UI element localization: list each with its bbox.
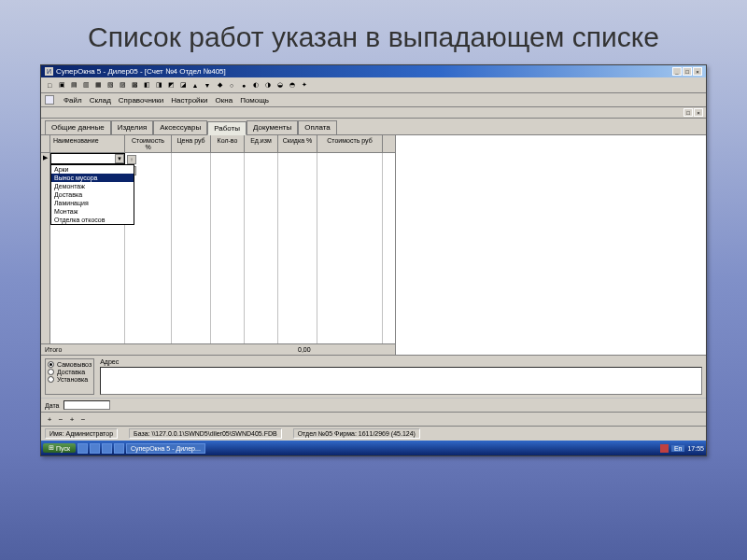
date-input[interactable] (63, 400, 110, 410)
radio-label: Доставка (57, 369, 85, 375)
work-name-dropdown[interactable]: ▼ (50, 153, 125, 164)
taskbar-task[interactable]: СуперОкна 5 - Дилер... (126, 443, 205, 454)
status-db: База: \\127.0.0.1\SWND5\diler05\SWND405.… (129, 428, 282, 439)
toolbar-btn[interactable]: ▲ (190, 79, 201, 91)
maximize-button[interactable]: □ (683, 67, 692, 76)
radio-label: Установка (57, 376, 88, 383)
menu-windows[interactable]: Окна (216, 96, 233, 105)
radio-pickup[interactable]: Самовывоз (48, 361, 92, 368)
taskbar: ⊞ Пуск СуперОкна 5 - Дилер... En 17:55 (41, 441, 706, 455)
toolbar-btn[interactable]: ● (238, 79, 249, 91)
menu-settings[interactable]: Настройки (171, 96, 207, 105)
tab-documents[interactable]: Документы (247, 120, 298, 134)
toolbar-btn[interactable]: ◓ (287, 79, 298, 91)
start-icon: ⊞ (49, 444, 54, 452)
inner-max-button[interactable]: □ (684, 108, 693, 117)
menu-help[interactable]: Помощь (240, 96, 269, 105)
doc-icon (45, 95, 54, 105)
toolbar-btn[interactable]: ▼ (202, 79, 213, 91)
col-cost-pct[interactable]: Стоимость % (125, 135, 172, 152)
address-input[interactable] (100, 367, 702, 395)
preview-area (396, 135, 706, 355)
inner-close-button[interactable]: × (694, 108, 703, 117)
row-indicator: ▶ (41, 153, 50, 343)
grid-body[interactable]: ▶ ▼ Арки Вынос мусора Демонтаж (41, 153, 395, 343)
dropdown-list[interactable]: Арки Вынос мусора Демонтаж Доставка Лами… (50, 164, 134, 225)
app-window: И СуперОкна 5 - Дилер05 - [Счет №4 Отдел… (40, 64, 707, 456)
dd-item[interactable]: Доставка (51, 190, 134, 199)
tabs: Общие данные Изделия Аксессуары Работы Д… (41, 119, 706, 134)
toolbar-btn[interactable]: ▣ (56, 79, 67, 91)
toolbar-btn[interactable]: □ (44, 79, 55, 91)
system-tray: En 17:55 (660, 444, 704, 453)
grid-footer: Итого 0,00 (41, 343, 395, 355)
col-name[interactable]: Наименование (50, 135, 125, 152)
toolbar-btn[interactable]: ○ (226, 79, 237, 91)
remove2-button[interactable]: − (78, 414, 88, 424)
toolbar-btn[interactable]: ◐ (250, 79, 261, 91)
quick-launch[interactable] (102, 443, 112, 454)
quick-launch[interactable] (114, 443, 124, 454)
quick-launch[interactable] (78, 443, 88, 454)
menu-file[interactable]: Файл (63, 96, 82, 105)
dd-item[interactable]: Арки (51, 165, 134, 174)
add2-button[interactable]: + (67, 414, 77, 424)
titlebar: И СуперОкна 5 - Дилер05 - [Счет №4 Отдел… (41, 65, 706, 77)
radio-icon (48, 376, 54, 383)
menu-sklad[interactable]: Склад (90, 96, 111, 105)
toolbar-btn[interactable]: ◩ (165, 79, 176, 91)
toolbar-btn[interactable]: ▦ (92, 79, 104, 91)
language-indicator[interactable]: En (671, 445, 685, 452)
start-button[interactable]: ⊞ Пуск (43, 443, 76, 453)
add-button[interactable]: + (45, 414, 54, 424)
radio-icon (48, 361, 54, 368)
radio-install[interactable]: Установка (48, 376, 92, 383)
grid-header: Наименование Стоимость % Цена руб Кол-во… (41, 135, 395, 153)
dd-item[interactable]: Монтаж (51, 207, 134, 216)
close-button[interactable]: × (693, 67, 702, 76)
toolbar-btn[interactable]: ◧ (141, 79, 152, 91)
dd-item[interactable]: Вынос мусора (51, 174, 134, 182)
col-unit[interactable]: Ед.изм (245, 135, 278, 152)
dropdown-arrow-icon[interactable]: ▼ (115, 154, 124, 163)
toolbar-btn[interactable]: ✦ (299, 79, 310, 91)
toolbar-btn[interactable]: ◆ (214, 79, 225, 91)
content-area: Наименование Стоимость % Цена руб Кол-во… (41, 134, 706, 355)
dd-item[interactable]: Отделка откосов (51, 216, 134, 224)
quick-launch[interactable] (90, 443, 100, 454)
toolbar-btn[interactable]: ▨ (117, 79, 128, 91)
mini-toolbar: + − + − (41, 412, 706, 426)
col-price[interactable]: Цена руб (172, 135, 211, 152)
qty-up-button[interactable]: ↑ (127, 155, 136, 164)
start-label: Пуск (56, 445, 70, 452)
col-qty[interactable]: Кол-во (211, 135, 245, 152)
tab-accessories[interactable]: Аксессуары (153, 120, 207, 134)
grid-area: Наименование Стоимость % Цена руб Кол-во… (41, 135, 396, 355)
toolbar-btn[interactable]: ◑ (262, 79, 274, 91)
dd-item[interactable]: Ламинация (51, 199, 134, 207)
remove-button[interactable]: − (56, 414, 65, 424)
col-cost-rub[interactable]: Стоимость руб (317, 135, 383, 152)
radio-delivery[interactable]: Доставка (48, 369, 92, 375)
toolbar-btn[interactable]: ▧ (105, 79, 116, 91)
bottom-section: Самовывоз Доставка Установка Адрес (41, 355, 706, 398)
menu-sprav[interactable]: Справочники (119, 96, 163, 105)
date-row: Дата (41, 398, 706, 412)
minimize-button[interactable]: _ (672, 67, 682, 76)
col-discount[interactable]: Скидка % (278, 135, 317, 152)
tray-icon[interactable] (660, 444, 669, 453)
dd-item[interactable]: Демонтаж (51, 182, 134, 190)
toolbar-btn[interactable]: ▩ (129, 79, 140, 91)
toolbar-btn[interactable]: ▥ (80, 79, 92, 91)
tab-works[interactable]: Работы (207, 121, 247, 135)
radio-label: Самовывоз (57, 361, 92, 368)
tab-payment[interactable]: Оплата (298, 120, 337, 134)
toolbar-btn[interactable]: ◨ (153, 79, 164, 91)
tab-general[interactable]: Общие данные (45, 120, 111, 134)
toolbar-btn[interactable]: ◒ (275, 79, 286, 91)
tab-products[interactable]: Изделия (111, 120, 154, 134)
toolbar-btn[interactable]: ◪ (177, 79, 189, 91)
clock[interactable]: 17:55 (687, 445, 704, 452)
toolbar-btn[interactable]: ▤ (68, 79, 79, 91)
slide-title: Список работ указан в выпадающем списке (0, 0, 747, 64)
